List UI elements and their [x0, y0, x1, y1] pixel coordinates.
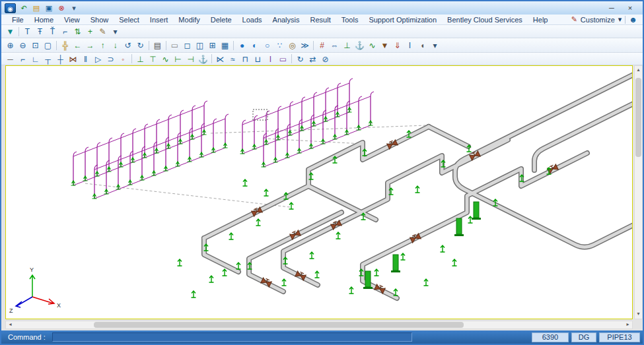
view-options-caret-icon[interactable]: ▾: [429, 40, 441, 51]
bellows-icon[interactable]: ≈: [227, 53, 239, 65]
vertical-scrollbar[interactable]: ▴ ▾: [634, 65, 643, 319]
cap-icon[interactable]: ⊃: [104, 53, 117, 65]
close-button[interactable]: ×: [624, 3, 637, 13]
audio-feedback-icon[interactable]: ◖: [416, 40, 429, 51]
tee-icon[interactable]: ┬: [42, 53, 54, 65]
four-views-icon[interactable]: ⊞: [206, 40, 219, 51]
measure-icon[interactable]: ⊘: [319, 53, 332, 65]
next-view-icon[interactable]: →: [84, 40, 96, 51]
menu-item-analysis[interactable]: Analysis: [268, 16, 305, 24]
solid-render-icon[interactable]: ●: [236, 40, 248, 51]
menu-item-support-optimization[interactable]: Support Optimization: [363, 16, 442, 24]
menu-item-insert[interactable]: Insert: [145, 16, 174, 24]
menu-item-home[interactable]: Home: [29, 16, 59, 24]
view-down-icon[interactable]: ↓: [109, 40, 122, 51]
cross-icon[interactable]: ┼: [54, 53, 67, 65]
valve-icon[interactable]: ⋈: [67, 53, 79, 65]
flow-direction-icon[interactable]: ≫: [299, 40, 311, 51]
insert-run-icon[interactable]: ─: [4, 53, 17, 65]
menu-item-file[interactable]: File: [7, 16, 29, 24]
menu-item-delete[interactable]: Delete: [205, 16, 237, 24]
bend-icon[interactable]: ⌐: [17, 53, 29, 65]
pipe-segment-icon[interactable]: ▭: [168, 40, 181, 51]
plate-icon[interactable]: ▭: [277, 53, 289, 65]
insert-run-point-icon[interactable]: T: [21, 26, 34, 37]
filter-icon[interactable]: ▼: [4, 26, 17, 37]
row-options-caret-icon[interactable]: ▾: [109, 26, 122, 37]
undo-icon[interactable]: ↶: [18, 3, 29, 13]
weld-icon[interactable]: ◦: [117, 53, 129, 65]
hanger-icon[interactable]: ⊤: [147, 53, 159, 65]
rotate-model-icon[interactable]: ↻: [294, 53, 306, 65]
show-insulation-icon[interactable]: ◎: [286, 40, 299, 51]
menu-item-view[interactable]: View: [59, 16, 85, 24]
show-loads-icon[interactable]: ⇓: [391, 40, 404, 51]
two-views-icon[interactable]: ◫: [194, 40, 206, 51]
print-icon[interactable]: ▤: [151, 40, 164, 51]
insert-tee-point-icon[interactable]: Ŧ: [34, 26, 46, 37]
show-supports-icon[interactable]: ⊥: [341, 40, 353, 51]
command-input[interactable]: [52, 332, 412, 342]
scroll-down-icon[interactable]: ▾: [634, 310, 643, 319]
reducer-icon[interactable]: ▷: [92, 53, 104, 65]
show-springs-icon[interactable]: ∿: [366, 40, 378, 51]
close-model-icon[interactable]: ⊗: [56, 3, 67, 13]
nozzle-icon[interactable]: ⋉: [214, 53, 227, 65]
pan-icon[interactable]: ╬: [59, 40, 71, 51]
anchor-icon[interactable]: ⚓: [197, 53, 209, 65]
open-folder-icon[interactable]: ▤: [31, 3, 42, 13]
show-fluid-icon[interactable]: ∵: [273, 40, 286, 51]
insert-point-icon[interactable]: +: [84, 26, 96, 37]
menu-item-modify[interactable]: Modify: [173, 16, 205, 24]
clamp-icon[interactable]: ⊓: [239, 53, 252, 65]
minimize-button[interactable]: ─: [605, 3, 618, 13]
menu-item-loads[interactable]: Loads: [237, 16, 268, 24]
zoom-extents-icon[interactable]: ▢: [42, 40, 54, 51]
save-icon[interactable]: ▣: [44, 3, 54, 13]
elbow-icon[interactable]: ∟: [29, 53, 42, 65]
user-icon[interactable]: ☻: [629, 15, 637, 24]
quick-access-caret-icon[interactable]: ▾: [69, 3, 79, 13]
rotate-left-icon[interactable]: ↺: [122, 40, 134, 51]
customize-caret-icon[interactable]: ▾: [618, 15, 622, 24]
tile-views-icon[interactable]: ▦: [219, 40, 231, 51]
menu-item-select[interactable]: Select: [114, 16, 145, 24]
shaded-render-icon[interactable]: ◐: [248, 40, 261, 51]
show-anchors-icon[interactable]: ⚓: [353, 40, 366, 51]
saddle-icon[interactable]: ⊔: [252, 53, 264, 65]
scroll-right-icon[interactable]: ▸: [624, 321, 632, 329]
menu-item-show[interactable]: Show: [85, 16, 114, 24]
view-up-icon[interactable]: ↑: [96, 40, 109, 51]
rotate-right-icon[interactable]: ↻: [134, 40, 147, 51]
point-numbers-icon[interactable]: #: [316, 40, 328, 51]
previous-view-icon[interactable]: ←: [71, 40, 84, 51]
guide-icon[interactable]: ⊢: [172, 53, 184, 65]
edit-pencil-icon[interactable]: ✎: [96, 26, 109, 37]
move-stretch-icon[interactable]: ⇅: [71, 26, 84, 37]
zoom-out-icon[interactable]: ⊖: [17, 40, 29, 51]
insert-bend-icon[interactable]: ⌐: [59, 26, 71, 37]
show-weights-icon[interactable]: ▼: [378, 40, 391, 51]
menu-item-tools[interactable]: Tools: [336, 16, 364, 24]
scroll-up-icon[interactable]: ▴: [634, 66, 643, 75]
customize-button[interactable]: Customize: [581, 16, 615, 24]
insert-branch-point-icon[interactable]: Ť: [46, 26, 59, 37]
zoom-in-icon[interactable]: ⊕: [4, 40, 17, 51]
single-view-icon[interactable]: ◻: [181, 40, 194, 51]
horizontal-scrollbar[interactable]: ◂ ▸: [5, 321, 633, 329]
app-icon[interactable]: ◉: [5, 3, 16, 13]
segment-lengths-icon[interactable]: ⇔: [328, 40, 341, 51]
support-icon[interactable]: ⊥: [134, 53, 147, 65]
zoom-window-icon[interactable]: ⊡: [29, 40, 42, 51]
customize-icon[interactable]: ✎: [571, 15, 577, 24]
flange-icon[interactable]: ‖: [79, 53, 92, 65]
stop-icon[interactable]: ⊣: [184, 53, 197, 65]
mirror-icon[interactable]: ⇄: [306, 53, 319, 65]
spring-icon[interactable]: ∿: [159, 53, 172, 65]
model-viewport[interactable]: Y X Z: [5, 65, 633, 319]
show-beams-icon[interactable]: I: [404, 40, 416, 51]
beam-icon[interactable]: I: [264, 53, 277, 65]
wireframe-render-icon[interactable]: ○: [261, 40, 273, 51]
menu-item-bentley-cloud-services[interactable]: Bentley Cloud Services: [442, 16, 528, 24]
horizontal-scroll-thumb[interactable]: [94, 322, 464, 328]
